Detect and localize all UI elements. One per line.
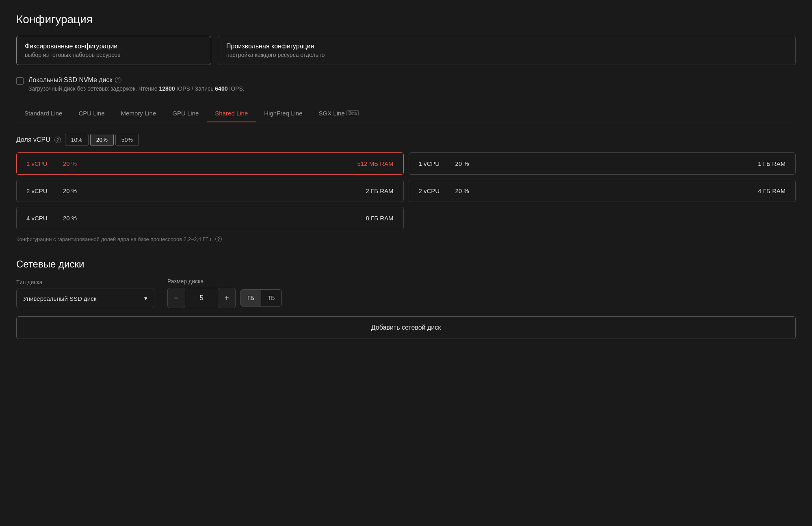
fraction-10[interactable]: 10% [65, 134, 89, 146]
card-2-cpu: 2 vCPU [26, 187, 63, 194]
config-type-custom[interactable]: Произвольная конфигурация настройка кажд… [218, 36, 796, 65]
fraction-50[interactable]: 50% [115, 134, 139, 146]
sgx-beta-badge: Beta [346, 110, 359, 116]
fraction-20[interactable]: 20% [90, 134, 114, 146]
card-3-pct: 20 % [455, 187, 480, 194]
tab-shared[interactable]: Shared Line [207, 105, 256, 122]
fixed-config-subtitle: выбор из готовых наборов ресурсов [25, 52, 203, 58]
config-card-3[interactable]: 2 vCPU 20 % 4 ГБ RAM [409, 180, 796, 202]
card-3-ram: 4 ГБ RAM [758, 187, 786, 194]
card-1-cpu: 1 vCPU [419, 160, 455, 167]
local-ssd-help-icon[interactable]: ? [115, 77, 121, 83]
card-0-cpu: 1 vCPU [26, 160, 63, 167]
page-title: Конфигурация [16, 13, 796, 26]
config-card-2[interactable]: 2 vCPU 20 % 2 ГБ RAM [16, 180, 404, 202]
fraction-buttons: 10% 20% 50% [65, 134, 139, 146]
vcpu-help-icon[interactable]: ? [54, 137, 61, 143]
disk-size-input[interactable] [185, 288, 218, 308]
add-disk-button[interactable]: Добавить сетевой диск [16, 316, 796, 339]
network-disks-title: Сетевые диски [16, 259, 796, 270]
disk-type-select[interactable]: Универсальный SSD диск ▾ [16, 289, 154, 308]
custom-config-subtitle: настройка каждого ресурса отдельно [226, 52, 787, 58]
card-3-cpu: 2 vCPU [419, 187, 455, 194]
config-cards-grid: 1 vCPU 20 % 512 МБ RAM 1 vCPU 20 % 1 ГБ … [16, 152, 796, 229]
card-0-ram: 512 МБ RAM [357, 160, 393, 167]
local-ssd-desc: Загрузочный диск без сетевых задержек. Ч… [28, 85, 245, 92]
card-1-pct: 20 % [455, 160, 480, 167]
card-0-pct: 20 % [63, 160, 87, 167]
custom-config-title: Произвольная конфигурация [226, 43, 787, 50]
disk-unit-gb[interactable]: ГБ [240, 289, 261, 306]
tab-cpu[interactable]: CPU Line [70, 105, 113, 122]
config-card-0[interactable]: 1 vCPU 20 % 512 МБ RAM [16, 152, 404, 175]
disk-size-group: Размер диска − + ГБ ТБ [167, 278, 282, 308]
disk-size-increase[interactable]: + [218, 288, 236, 308]
card-2-pct: 20 % [63, 187, 87, 194]
tab-highfreq[interactable]: HighFreq Line [256, 105, 310, 122]
tab-gpu[interactable]: GPU Line [164, 105, 207, 122]
local-ssd-checkbox[interactable] [16, 77, 24, 85]
vcpu-label: Доля vCPU [16, 136, 50, 143]
disk-form: Тип диска Универсальный SSD диск ▾ Разме… [16, 278, 796, 308]
config-type-row: Фиксированные конфигурации выбор из гото… [16, 36, 796, 65]
config-note: Конфигурации с гарантированной долей ядр… [16, 236, 796, 242]
disk-unit-tb[interactable]: ТБ [261, 289, 282, 306]
disk-type-label: Тип диска [16, 279, 154, 285]
vcpu-section: Доля vCPU ? 10% 20% 50% 1 vCPU 20 % 512 … [16, 134, 796, 242]
disk-size-decrease[interactable]: − [167, 288, 185, 308]
disk-type-group: Тип диска Универсальный SSD диск ▾ [16, 279, 154, 308]
card-4-cpu: 4 vCPU [26, 215, 63, 222]
local-ssd-label: Локальный SSD NVMe диск [28, 76, 113, 84]
tab-standard[interactable]: Standard Line [16, 105, 70, 122]
card-4-ram: 8 ГБ RAM [366, 215, 394, 222]
tab-memory[interactable]: Memory Line [113, 105, 165, 122]
local-ssd-row: Локальный SSD NVMe диск ? Загрузочный ди… [16, 76, 796, 92]
card-4-pct: 20 % [63, 215, 87, 222]
card-1-ram: 1 ГБ RAM [758, 160, 786, 167]
tabs-row: Standard Line CPU Line Memory Line GPU L… [16, 105, 796, 122]
config-note-help-icon[interactable]: ? [215, 236, 222, 242]
card-2-ram: 2 ГБ RAM [366, 187, 394, 194]
chevron-down-icon: ▾ [144, 295, 147, 302]
config-type-fixed[interactable]: Фиксированные конфигурации выбор из гото… [16, 36, 211, 65]
config-card-1[interactable]: 1 vCPU 20 % 1 ГБ RAM [409, 152, 796, 175]
fixed-config-title: Фиксированные конфигурации [25, 43, 203, 50]
tab-sgx[interactable]: SGX Line Beta [310, 105, 367, 122]
config-card-4[interactable]: 4 vCPU 20 % 8 ГБ RAM [16, 207, 404, 229]
disk-size-label: Размер диска [167, 278, 282, 285]
